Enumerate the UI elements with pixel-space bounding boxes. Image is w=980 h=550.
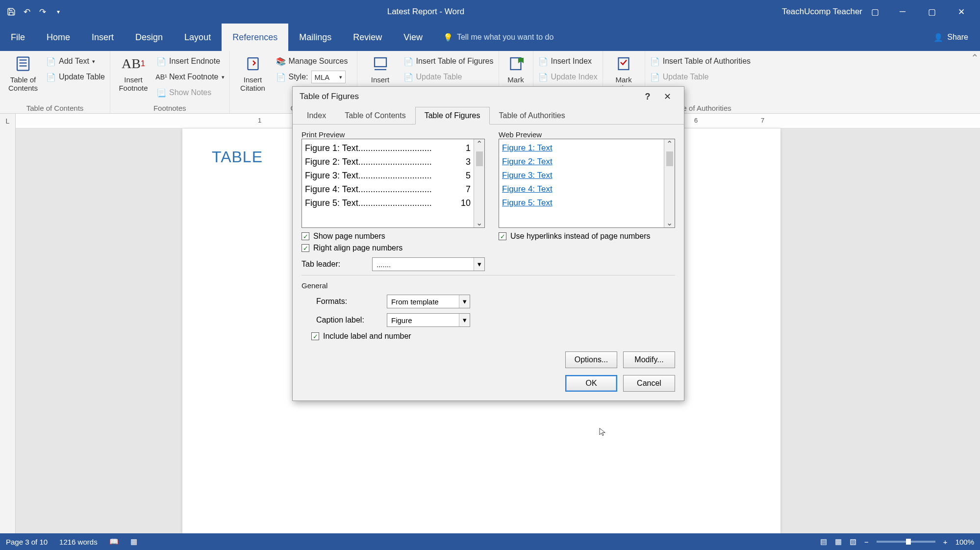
checkbox-icon: ✓	[302, 244, 309, 252]
checkbox-icon: ✓	[311, 332, 319, 340]
dialog-overlay: Table of Figures ? ✕ Index Table of Cont…	[0, 0, 980, 550]
checkbox-icon: ✓	[302, 232, 309, 240]
show-page-numbers-checkbox[interactable]: ✓Show page numbers	[302, 232, 485, 241]
mouse-cursor-icon	[598, 426, 607, 437]
caption-label-label: Caption label:	[316, 316, 382, 325]
print-preview-scrollbar[interactable]: ⌃⌄	[474, 139, 484, 227]
print-preview-line: Figure 5: Text..........................…	[305, 196, 471, 210]
tab-leader-select[interactable]: .......▾	[372, 257, 485, 271]
use-hyperlinks-checkbox[interactable]: ✓Use hyperlinks instead of page numbers	[499, 232, 675, 241]
print-preview-line: Figure 4: Text..........................…	[305, 182, 471, 196]
web-preview-link: Figure 4: Text	[502, 182, 661, 196]
general-label: General	[302, 281, 675, 290]
web-preview-section: Web Preview Figure 1: TextFigure 2: Text…	[499, 130, 675, 271]
caption-label-value: Figure	[391, 316, 412, 325]
dialog-tabs: Index Table of Contents Table of Figures…	[293, 106, 684, 125]
web-preview-box: Figure 1: TextFigure 2: TextFigure 3: Te…	[499, 139, 675, 228]
dialog-tab-index[interactable]: Index	[298, 107, 335, 125]
scroll-down-icon[interactable]: ⌄	[476, 218, 482, 227]
show-page-numbers-label: Show page numbers	[313, 232, 385, 241]
include-label-checkbox[interactable]: ✓Include label and number	[311, 332, 675, 341]
tab-leader-value: .......	[377, 260, 391, 269]
general-section: General Formats: From template▾ Caption …	[302, 275, 675, 368]
print-preview-label: Print Preview	[302, 130, 485, 139]
dialog-tab-tof[interactable]: Table of Figures	[415, 107, 490, 125]
caption-label-row: Caption label: Figure▾	[302, 313, 675, 327]
dialog-title: Table of Figures	[300, 92, 359, 101]
right-align-checkbox[interactable]: ✓Right align page numbers	[302, 244, 485, 252]
use-hyperlinks-label: Use hyperlinks instead of page numbers	[510, 232, 651, 241]
table-of-figures-dialog: Table of Figures ? ✕ Index Table of Cont…	[292, 86, 684, 401]
dialog-titlebar[interactable]: Table of Figures ? ✕	[293, 87, 684, 106]
include-label-label: Include label and number	[323, 332, 411, 341]
web-preview-scrollbar[interactable]: ⌃⌄	[664, 139, 675, 227]
checkbox-icon: ✓	[499, 232, 506, 240]
print-preview-line: Figure 3: Text..........................…	[305, 169, 471, 182]
right-align-label: Right align page numbers	[313, 244, 402, 252]
print-preview-line: Figure 1: Text..........................…	[305, 141, 471, 155]
print-preview-content: Figure 1: Text..........................…	[302, 139, 474, 227]
modify-button[interactable]: Modify...	[623, 351, 675, 368]
scroll-down-icon[interactable]: ⌄	[666, 218, 673, 227]
web-preview-link: Figure 5: Text	[502, 196, 661, 210]
formats-select[interactable]: From template▾	[387, 295, 470, 308]
chevron-down-icon: ▾	[459, 314, 470, 326]
cancel-button[interactable]: Cancel	[623, 375, 675, 392]
web-preview-content: Figure 1: TextFigure 2: TextFigure 3: Te…	[499, 139, 664, 227]
dialog-tab-toc[interactable]: Table of Contents	[335, 107, 415, 125]
tab-leader-row: Tab leader: .......▾	[302, 257, 485, 271]
formats-value: From template	[391, 298, 439, 306]
web-preview-link: Figure 1: Text	[502, 141, 661, 155]
caption-label-select[interactable]: Figure▾	[387, 313, 470, 327]
web-preview-link: Figure 2: Text	[502, 155, 661, 169]
help-button[interactable]: ?	[638, 87, 657, 106]
chevron-down-icon: ▾	[474, 258, 484, 271]
scroll-up-icon[interactable]: ⌃	[666, 139, 673, 149]
close-dialog-button[interactable]: ✕	[657, 87, 677, 106]
print-preview-line: Figure 2: Text..........................…	[305, 155, 471, 169]
scroll-thumb[interactable]	[476, 151, 483, 166]
print-preview-section: Print Preview Figure 1: Text............…	[302, 130, 485, 271]
dialog-tab-toa[interactable]: Table of Authorities	[490, 107, 575, 125]
scroll-thumb[interactable]	[666, 151, 673, 166]
formats-row: Formats: From template▾	[302, 295, 675, 308]
tab-leader-label: Tab leader:	[302, 260, 367, 269]
options-button[interactable]: Options...	[565, 351, 617, 368]
print-preview-box: Figure 1: Text..........................…	[302, 139, 485, 228]
formats-label: Formats:	[316, 297, 382, 306]
ok-button[interactable]: OK	[565, 375, 617, 392]
web-preview-label: Web Preview	[499, 130, 675, 139]
web-preview-link: Figure 3: Text	[502, 169, 661, 182]
chevron-down-icon: ▾	[459, 295, 470, 308]
scroll-up-icon[interactable]: ⌃	[476, 139, 482, 149]
